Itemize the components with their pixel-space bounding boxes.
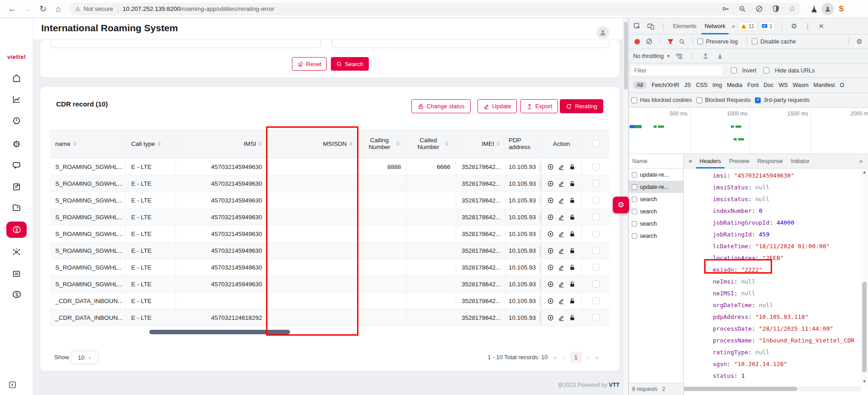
scrollbar-thumb[interactable]: [862, 282, 867, 372]
filter-input-2[interactable]: [332, 40, 610, 48]
scrollbar-thumb[interactable]: [684, 387, 797, 391]
profile-icon[interactable]: [821, 2, 835, 16]
close-devtools-icon[interactable]: ✕: [816, 20, 827, 32]
sidebar-item-settings[interactable]: ⚙: [6, 136, 27, 152]
edit-icon[interactable]: [558, 264, 565, 271]
row-checkbox[interactable]: [592, 264, 600, 271]
lock-icon[interactable]: [569, 197, 576, 204]
home-icon[interactable]: ⌂: [51, 2, 66, 16]
col-imsi[interactable]: IMSI: [176, 129, 268, 159]
chip-font[interactable]: Font: [747, 82, 758, 88]
table-row[interactable]: S_ROAMING_SGWHL...E - LTE457032145949630…: [50, 209, 610, 226]
request-checkbox[interactable]: [632, 184, 637, 190]
edit-icon[interactable]: [558, 298, 565, 304]
edit-icon[interactable]: [558, 197, 565, 204]
tab-preview[interactable]: Preview: [725, 154, 753, 169]
devtools-settings-icon[interactable]: ⚙: [788, 20, 800, 32]
sidebar-item-document[interactable]: [6, 178, 27, 195]
view-icon[interactable]: [547, 180, 554, 187]
address-bar[interactable]: ⚠ Not secure 10.207.252.135:8200 /roamin…: [70, 3, 801, 15]
lock-icon[interactable]: [569, 164, 576, 170]
col-name[interactable]: name: [50, 129, 126, 159]
reload-icon[interactable]: ↻: [35, 2, 51, 16]
flask-icon[interactable]: [807, 2, 821, 16]
throttling-select[interactable]: No throttling: [633, 53, 663, 59]
table-row[interactable]: S_ROAMING_SGWHL...E - LTE457032145949630…: [50, 259, 610, 276]
name-column-header[interactable]: Name: [629, 154, 683, 169]
detail-horizontal-scrollbar[interactable]: [684, 386, 861, 391]
row-checkbox[interactable]: [592, 230, 600, 237]
filter-input-1[interactable]: [50, 40, 321, 48]
record-icon[interactable]: [631, 36, 643, 48]
table-row[interactable]: S_ROAMING_SGWHL...E - LTE457032145949630…: [50, 192, 610, 209]
user-avatar[interactable]: [596, 26, 609, 39]
sidebar-item-alerts[interactable]: [6, 112, 27, 129]
tab-initiator[interactable]: Initiator: [787, 154, 813, 169]
preserve-log-checkbox[interactable]: [697, 39, 703, 44]
hide-data-urls-checkbox[interactable]: [763, 67, 769, 73]
request-row[interactable]: search: [629, 205, 683, 217]
tab-elements[interactable]: Elements: [670, 18, 700, 34]
export-button[interactable]: Export: [520, 99, 558, 113]
lock-icon[interactable]: [569, 298, 576, 304]
chip-js[interactable]: JS: [684, 82, 691, 88]
edit-icon[interactable]: [558, 164, 565, 170]
disable-cache-checkbox[interactable]: [752, 39, 758, 44]
chip-manifest[interactable]: Manifest: [814, 82, 835, 88]
tab-headers[interactable]: Headers: [696, 154, 725, 169]
sidebar-item-home[interactable]: [6, 70, 27, 86]
col-msisdn[interactable]: MSISDN: [268, 129, 358, 159]
view-icon[interactable]: [547, 314, 554, 321]
third-party-requests-checkbox[interactable]: [755, 97, 761, 103]
warnings-badge[interactable]: 11: [738, 22, 757, 31]
chip-img[interactable]: Img: [712, 82, 722, 88]
rerating-button[interactable]: Rerating: [560, 99, 603, 113]
request-checkbox[interactable]: [632, 172, 637, 178]
lock-icon[interactable]: [569, 231, 576, 237]
request-checkbox[interactable]: [632, 197, 637, 202]
col-calling-number[interactable]: Calling Number: [358, 129, 407, 159]
col-called-number[interactable]: Called Number: [407, 129, 456, 159]
sidebar-item-chat[interactable]: [6, 157, 27, 173]
edit-icon[interactable]: [558, 231, 565, 237]
network-conditions-icon[interactable]: [673, 50, 685, 62]
blocked-icon[interactable]: [755, 5, 763, 13]
request-row[interactable]: search: [629, 217, 683, 230]
row-checkbox[interactable]: [592, 180, 600, 187]
lock-icon[interactable]: [569, 180, 576, 187]
request-checkbox[interactable]: [632, 221, 637, 226]
row-checkbox[interactable]: [592, 213, 600, 221]
edit-icon[interactable]: [558, 314, 565, 321]
network-search-icon[interactable]: [676, 36, 688, 48]
edit-icon[interactable]: [558, 214, 565, 221]
sidebar-item-reports[interactable]: [6, 91, 27, 107]
chip-css[interactable]: CSS: [696, 82, 708, 88]
last-page-button[interactable]: »: [595, 353, 599, 361]
scroll-up-icon[interactable]: ▲: [861, 170, 868, 174]
lock-icon[interactable]: [569, 281, 576, 288]
change-status-button[interactable]: Change status: [411, 99, 471, 113]
chip-media[interactable]: Media: [727, 82, 742, 88]
page-scrollbar-thumb[interactable]: [624, 22, 628, 90]
blocked-requests-checkbox[interactable]: [696, 97, 702, 103]
lock-icon[interactable]: [569, 247, 576, 254]
messages-badge[interactable]: 1: [759, 22, 775, 31]
request-checkbox[interactable]: [632, 233, 637, 239]
view-icon[interactable]: [547, 247, 554, 254]
table-row[interactable]: S_ROAMING_SGWHL...E - LTE457032145949630…: [50, 175, 610, 192]
more-detail-tabs-icon[interactable]: »: [856, 154, 866, 169]
request-checkbox[interactable]: [632, 209, 637, 214]
select-all-checkbox[interactable]: [592, 140, 600, 147]
chip-ws[interactable]: WS: [778, 82, 787, 88]
table-row[interactable]: S_ROAMING_SGWHL...E - LTE457032145949630…: [50, 159, 610, 175]
edit-icon[interactable]: [558, 180, 565, 187]
edit-icon[interactable]: [558, 247, 565, 254]
row-checkbox[interactable]: [592, 297, 600, 304]
s-extension-icon[interactable]: S: [835, 2, 848, 16]
sidebar-item-billing-active[interactable]: $: [6, 222, 27, 238]
lock-icon[interactable]: [569, 214, 576, 221]
invert-checkbox[interactable]: [731, 67, 737, 73]
row-checkbox[interactable]: [592, 280, 600, 288]
page-1-button[interactable]: 1: [570, 352, 582, 362]
chip-wasm[interactable]: Wasm: [793, 82, 809, 88]
